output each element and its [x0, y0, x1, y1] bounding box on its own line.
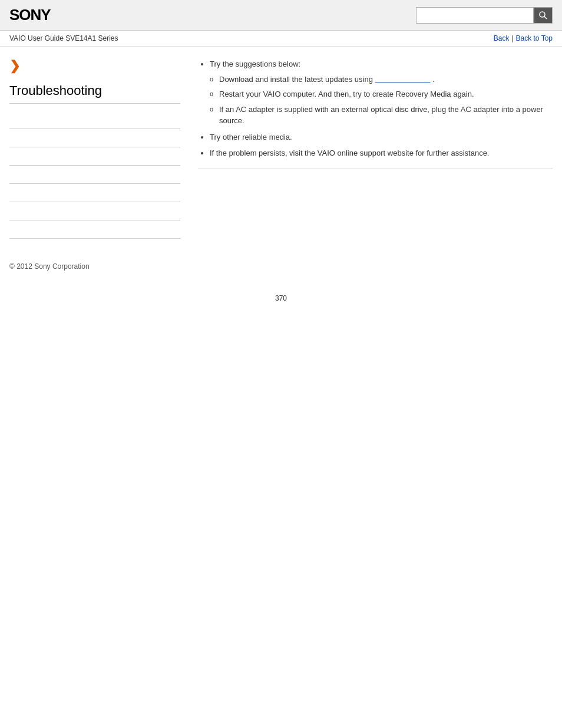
sub-bullet-2: Restart your VAIO computer. And then, tr… — [219, 88, 553, 100]
content-list: Try the suggestions below: Download and … — [198, 58, 553, 159]
sidebar-nav-item[interactable] — [9, 166, 180, 184]
sidebar-nav-item[interactable] — [9, 220, 180, 239]
sidebar-nav-item[interactable] — [9, 129, 180, 147]
chevron-icon: ❯ — [9, 58, 20, 74]
header: SONY — [0, 0, 562, 31]
content-bullet-1: Try the suggestions below: Download and … — [210, 58, 553, 127]
sidebar-nav-item[interactable] — [9, 184, 180, 202]
sub-bullet-1: Download and install the latest updates … — [219, 74, 553, 85]
sidebar-nav-item[interactable] — [9, 202, 180, 220]
svg-point-0 — [540, 12, 545, 17]
content-divider — [198, 169, 553, 169]
sub-list: Download and install the latest updates … — [210, 74, 553, 127]
svg-line-1 — [544, 17, 547, 19]
sidebar: ❯ Troubleshooting — [9, 58, 192, 239]
search-icon — [538, 11, 548, 20]
content-bullet-3: If the problem persists, visit the VAIO … — [210, 147, 553, 159]
sidebar-title: Troubleshooting — [9, 83, 180, 104]
nav-separator: | — [511, 34, 513, 42]
breadcrumb: VAIO User Guide SVE14A1 Series — [9, 34, 118, 42]
footer: © 2012 Sony Corporation — [0, 251, 562, 282]
search-area — [416, 7, 553, 24]
content-bullet-2: Try other reliable media. — [210, 131, 553, 143]
main-content: ❯ Troubleshooting Try the suggestions be… — [0, 47, 562, 251]
page-number: 370 — [0, 282, 562, 314]
back-to-top-link[interactable]: Back to Top — [516, 34, 553, 42]
sidebar-nav-item[interactable] — [9, 111, 180, 129]
sidebar-nav-item[interactable] — [9, 147, 180, 166]
copyright: © 2012 Sony Corporation — [9, 262, 90, 271]
sony-logo: SONY — [9, 6, 51, 24]
nav-bar: VAIO User Guide SVE14A1 Series Back | Ba… — [0, 31, 562, 47]
search-button[interactable] — [534, 7, 553, 24]
sub-bullet-3: If an AC adapter is supplied with an ext… — [219, 104, 553, 127]
content-area: Try the suggestions below: Download and … — [192, 58, 553, 239]
search-input[interactable] — [416, 7, 534, 24]
back-link[interactable]: Back — [494, 34, 510, 42]
nav-links: Back | Back to Top — [494, 34, 553, 42]
sub-bullet-1-link[interactable] — [375, 75, 431, 84]
